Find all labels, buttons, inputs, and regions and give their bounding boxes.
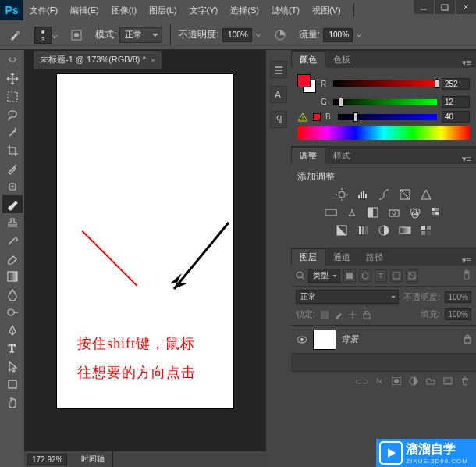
filter-toggle[interactable] xyxy=(462,269,471,283)
panel-menu-icon[interactable]: ▾≡ xyxy=(457,255,476,266)
tab-adjustments[interactable]: 调整 xyxy=(291,147,325,164)
shape-tool[interactable] xyxy=(2,375,23,393)
fill-input[interactable]: 100% xyxy=(445,308,471,320)
photofilter-icon[interactable] xyxy=(387,205,401,219)
healing-tool[interactable] xyxy=(2,177,23,195)
layer-name[interactable]: 背景 xyxy=(341,333,459,345)
g-value[interactable]: 12 xyxy=(442,96,470,108)
layer-opacity-input[interactable]: 100% xyxy=(445,291,471,303)
paragraph-panel-icon[interactable] xyxy=(270,111,287,128)
path-select-tool[interactable] xyxy=(2,357,23,375)
menu-type[interactable]: 文字(Y) xyxy=(183,0,225,20)
timeline-tab[interactable]: 时间轴 xyxy=(73,451,113,467)
vibrance-icon[interactable] xyxy=(419,187,433,201)
layer-thumbnail[interactable] xyxy=(313,330,336,350)
r-value[interactable]: 252 xyxy=(442,78,470,90)
closest-color-swatch[interactable] xyxy=(313,113,321,121)
marquee-tool[interactable] xyxy=(2,87,23,105)
threshold-icon[interactable] xyxy=(377,223,391,237)
fgbg-swatch[interactable] xyxy=(297,74,316,93)
channelmixer-icon[interactable] xyxy=(408,205,422,219)
r-slider[interactable] xyxy=(333,80,437,87)
curves-icon[interactable] xyxy=(377,187,391,201)
menu-select[interactable]: 选择(S) xyxy=(224,0,265,20)
history-panel-icon[interactable] xyxy=(270,61,287,78)
tab-layers[interactable]: 图层 xyxy=(291,248,325,266)
tab-styles[interactable]: 样式 xyxy=(325,148,358,164)
g-slider[interactable] xyxy=(333,99,437,105)
canvas[interactable]: 按住shift键，鼠标 往想要的方向点击 xyxy=(56,73,234,409)
lock-transparent-icon[interactable] xyxy=(320,310,329,319)
colorlookup-icon[interactable] xyxy=(429,205,443,219)
gradient-tool[interactable] xyxy=(2,267,23,285)
fx-icon[interactable]: fx xyxy=(373,375,385,387)
tool-preset-icon[interactable] xyxy=(5,24,27,46)
group-icon[interactable] xyxy=(424,375,437,387)
filter-pixel-icon[interactable] xyxy=(343,269,356,282)
character-panel-icon[interactable]: A xyxy=(270,86,287,103)
brush-preset-picker[interactable]: 3 xyxy=(34,27,58,44)
collapse-icon[interactable] xyxy=(2,52,23,70)
pressure-opacity-icon[interactable] xyxy=(269,24,291,46)
hue-icon[interactable] xyxy=(324,205,338,219)
chevron-down-icon[interactable] xyxy=(255,28,261,42)
crop-tool[interactable] xyxy=(2,141,23,159)
menu-edit[interactable]: 编辑(E) xyxy=(64,0,105,20)
gradientmap-icon[interactable] xyxy=(398,223,412,237)
menu-filter[interactable]: 滤镜(T) xyxy=(265,0,306,20)
type-tool[interactable]: T xyxy=(2,339,23,357)
opacity-input[interactable]: 100% xyxy=(222,28,252,42)
color-ramp[interactable] xyxy=(297,126,470,140)
bw-icon[interactable] xyxy=(366,205,380,219)
brightness-icon[interactable] xyxy=(335,187,349,201)
blur-tool[interactable] xyxy=(2,285,23,303)
document-tab[interactable]: 未标题-1 @ 173%(RGB/8) * × xyxy=(34,51,162,69)
exposure-icon[interactable] xyxy=(398,187,412,201)
colorbalance-icon[interactable] xyxy=(345,205,359,219)
menu-layer[interactable]: 图层(L) xyxy=(143,0,183,20)
gamut-warning-icon[interactable]: ! xyxy=(297,112,308,122)
new-layer-icon[interactable] xyxy=(442,375,454,387)
dodge-tool[interactable] xyxy=(2,303,23,321)
selective-color-icon[interactable] xyxy=(419,223,433,237)
layer-row[interactable]: 背景 xyxy=(291,326,476,354)
menu-image[interactable]: 图像(I) xyxy=(105,0,143,20)
filter-shape-icon[interactable] xyxy=(390,269,403,282)
wand-tool[interactable] xyxy=(2,123,23,141)
tab-swatches[interactable]: 色板 xyxy=(325,52,358,68)
search-icon[interactable] xyxy=(296,271,305,280)
eraser-tool[interactable] xyxy=(2,249,23,267)
move-tool[interactable] xyxy=(2,70,23,87)
posterize-icon[interactable] xyxy=(356,223,370,237)
filter-kind-select[interactable]: 类型 xyxy=(308,269,340,283)
mask-icon[interactable] xyxy=(390,375,403,387)
stamp-tool[interactable] xyxy=(2,213,23,231)
b-value[interactable]: 40 xyxy=(442,111,470,123)
panel-menu-icon[interactable]: ▾≡ xyxy=(457,154,476,164)
tab-color[interactable]: 颜色 xyxy=(291,51,325,68)
zoom-input[interactable]: 172.92% xyxy=(27,454,67,465)
b-slider[interactable] xyxy=(338,114,437,120)
levels-icon[interactable] xyxy=(356,187,370,201)
lock-paint-icon[interactable] xyxy=(334,310,343,319)
visibility-icon[interactable] xyxy=(296,336,308,344)
history-brush-tool[interactable] xyxy=(2,231,23,249)
menu-file[interactable]: 文件(F) xyxy=(23,0,64,20)
eyedropper-tool[interactable] xyxy=(2,159,23,177)
chevron-down-icon[interactable] xyxy=(356,28,362,42)
flow-input[interactable]: 100% xyxy=(323,28,353,42)
blend-mode-select[interactable]: 正常 xyxy=(119,27,162,43)
filter-type-icon[interactable]: T xyxy=(375,269,387,282)
link-layers-icon[interactable]: ⊂⊃ xyxy=(356,375,368,387)
close-tab-icon[interactable]: × xyxy=(151,55,155,65)
filter-adjust-icon[interactable] xyxy=(359,269,371,282)
invert-icon[interactable] xyxy=(335,223,349,237)
brush-panel-toggle-icon[interactable] xyxy=(66,24,87,46)
layer-blend-select[interactable]: 正常 xyxy=(296,290,399,304)
lock-position-icon[interactable] xyxy=(348,310,357,319)
panel-menu-icon[interactable]: ▾≡ xyxy=(457,58,476,68)
minimize-button[interactable] xyxy=(414,0,434,14)
filter-smart-icon[interactable] xyxy=(406,269,418,282)
fg-color-swatch[interactable] xyxy=(297,74,311,87)
tab-paths[interactable]: 路径 xyxy=(358,249,391,266)
